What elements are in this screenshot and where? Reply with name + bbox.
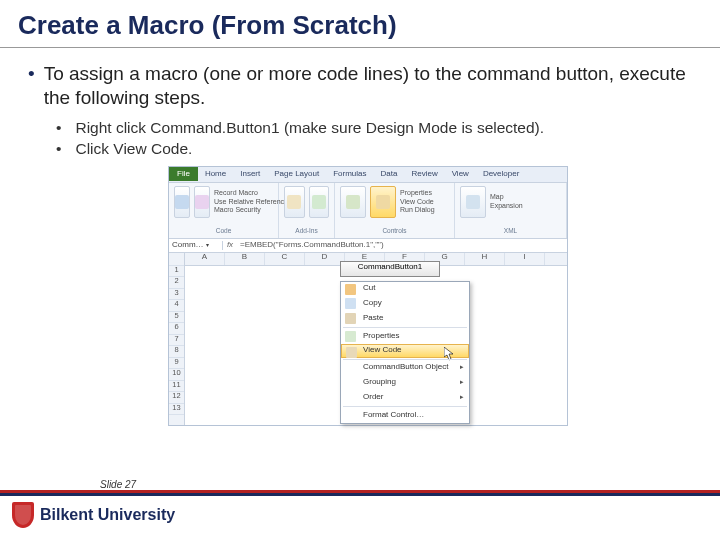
university-name: Bilkent University	[40, 506, 175, 524]
col-header[interactable]: H	[465, 253, 505, 265]
ctx-commandbutton-object[interactable]: CommandButton Object	[341, 361, 469, 376]
addins-button[interactable]	[284, 186, 305, 218]
properties-icon	[345, 331, 356, 342]
slide-title: Create a Macro (From Scratch)	[0, 0, 720, 48]
group-label: Add-Ins	[284, 227, 329, 234]
row-header[interactable]: 4	[169, 300, 184, 312]
macros-button[interactable]	[194, 186, 210, 218]
row-header[interactable]: 12	[169, 392, 184, 404]
bullet-level1: To assign a macro (one or more code line…	[28, 62, 692, 111]
chevron-down-icon[interactable]: ▾	[206, 242, 209, 249]
content-area: To assign a macro (one or more code line…	[0, 62, 720, 426]
insert-control-button[interactable]	[340, 186, 366, 218]
excel-screenshot: File Home Insert Page Layout Formulas Da…	[168, 166, 568, 426]
col-header[interactable]: B	[225, 253, 265, 265]
col-header[interactable]: D	[305, 253, 345, 265]
name-box[interactable]: Comm…▾	[169, 241, 223, 250]
ribbon-tab[interactable]: Page Layout	[267, 168, 326, 181]
copy-icon	[345, 298, 356, 309]
row-headers: 1 2 3 4 5 6 7 8 9 10 11 12 13	[169, 253, 185, 425]
col-header[interactable]: A	[185, 253, 225, 265]
expansion-button[interactable]: Expansion	[490, 202, 523, 210]
separator	[343, 327, 467, 328]
source-button[interactable]	[460, 186, 486, 218]
code-icon	[346, 347, 357, 358]
ribbon-tab[interactable]: Home	[198, 168, 233, 181]
com-addins-button[interactable]	[309, 186, 330, 218]
group-label: XML	[460, 227, 561, 234]
row-header[interactable]: 13	[169, 404, 184, 416]
col-header[interactable]: C	[265, 253, 305, 265]
row-header[interactable]: 6	[169, 323, 184, 335]
slide-number: Slide 27	[100, 479, 136, 490]
ctx-copy[interactable]: Copy	[341, 296, 469, 311]
context-menu: Cut Copy Paste Properties View Code Comm…	[340, 281, 470, 424]
run-dialog-button[interactable]: Run Dialog	[400, 206, 435, 214]
ctx-cut[interactable]: Cut	[341, 282, 469, 297]
bullet-level2: Right click Command.Button1 (make sure D…	[56, 119, 692, 137]
col-header[interactable]: I	[505, 253, 545, 265]
formula-bar: Comm…▾ fx =EMBED("Forms.CommandButton.1"…	[169, 239, 567, 253]
group-label: Code	[174, 227, 273, 234]
sub-bullet-text: Click View Code.	[75, 140, 192, 158]
separator	[343, 359, 467, 360]
formula-text[interactable]: =EMBED("Forms.CommandButton.1","")	[237, 241, 384, 250]
ribbon-tab[interactable]: Review	[404, 168, 444, 181]
bullet-level2: Click View Code.	[56, 140, 692, 158]
fx-icon[interactable]: fx	[223, 241, 237, 250]
ribbon-tab[interactable]: Developer	[476, 168, 526, 181]
visual-basic-button[interactable]	[174, 186, 190, 218]
row-header[interactable]: 2	[169, 277, 184, 289]
group-label: Controls	[340, 227, 449, 234]
ctx-paste[interactable]: Paste	[341, 311, 469, 326]
file-tab[interactable]: File	[169, 167, 198, 181]
map-button[interactable]: Map	[490, 193, 523, 201]
separator	[343, 406, 467, 407]
row-header[interactable]: 10	[169, 369, 184, 381]
shield-icon	[12, 502, 34, 528]
ctx-format-control[interactable]: Format Control…	[341, 408, 469, 423]
scissors-icon	[345, 284, 356, 295]
command-button[interactable]: CommandButton1	[340, 261, 440, 277]
ribbon-tab[interactable]: Formulas	[326, 168, 373, 181]
design-mode-button[interactable]	[370, 186, 396, 218]
sub-bullet-text: Right click Command.Button1 (make sure D…	[75, 119, 544, 137]
ribbon-tabs: File Home Insert Page Layout Formulas Da…	[169, 167, 567, 183]
row-header[interactable]: 8	[169, 346, 184, 358]
bullet-text: To assign a macro (one or more code line…	[44, 62, 692, 111]
footer-stripe	[0, 490, 720, 496]
ribbon-tab[interactable]: Insert	[233, 168, 267, 181]
properties-button[interactable]: Properties	[400, 189, 435, 197]
ctx-grouping[interactable]: Grouping	[341, 375, 469, 390]
ribbon-body: Record Macro Use Relative References Mac…	[169, 183, 567, 239]
name-box-text: Comm…	[172, 241, 204, 250]
spreadsheet-grid: 1 2 3 4 5 6 7 8 9 10 11 12 13 A B C D	[169, 253, 567, 425]
ribbon-tab[interactable]: View	[445, 168, 476, 181]
clipboard-icon	[345, 313, 356, 324]
view-code-button[interactable]: View Code	[400, 198, 435, 206]
ctx-properties[interactable]: Properties	[341, 329, 469, 344]
university-logo: Bilkent University	[12, 502, 175, 528]
ctx-order[interactable]: Order	[341, 390, 469, 405]
ctx-view-code[interactable]: View Code	[341, 344, 469, 358]
ribbon-tab[interactable]: Data	[374, 168, 405, 181]
